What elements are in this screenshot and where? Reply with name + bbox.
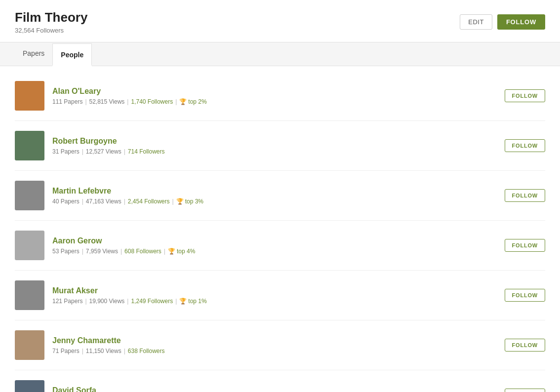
follow-person-button[interactable]: FOLLOW bbox=[505, 189, 545, 202]
person-left: Martin Lefebvre 40 Papers | 47,163 Views… bbox=[15, 181, 203, 210]
trophy-icon: 🏆 bbox=[179, 98, 187, 105]
follow-person-button[interactable]: FOLLOW bbox=[505, 339, 545, 352]
avatar bbox=[15, 231, 44, 260]
page-title: Film Theory bbox=[15, 10, 87, 25]
tab-people[interactable]: People bbox=[52, 43, 92, 66]
person-row: Alan O'Leary 111 Papers | 52,815 Views |… bbox=[15, 71, 545, 121]
papers-count: 111 Papers bbox=[52, 98, 82, 105]
person-name[interactable]: Robert Burgoyne bbox=[52, 137, 165, 146]
person-name[interactable]: Aaron Gerow bbox=[52, 236, 195, 245]
avatar bbox=[15, 181, 44, 210]
person-name[interactable]: Jenny Chamarette bbox=[52, 336, 165, 345]
person-row: Robert Burgoyne 31 Papers | 12,527 Views… bbox=[15, 121, 545, 171]
avatar bbox=[15, 330, 44, 360]
views-count: 12,527 Views bbox=[86, 148, 121, 155]
person-left: David Sorfa 56 Papers | 59,748 Views | 1… bbox=[15, 380, 203, 392]
person-info: David Sorfa 56 Papers | 59,748 Views | 1… bbox=[52, 386, 203, 392]
followers-count[interactable]: 638 Followers bbox=[128, 348, 165, 354]
person-left: Alan O'Leary 111 Papers | 52,815 Views |… bbox=[15, 81, 207, 111]
person-name[interactable]: Murat Akser bbox=[52, 286, 207, 295]
top-badge: 🏆 top 2% bbox=[179, 98, 206, 105]
papers-count: 53 Papers bbox=[52, 248, 80, 255]
person-stats: 31 Papers | 12,527 Views | 714 Followers bbox=[52, 148, 165, 155]
trophy-icon: 🏆 bbox=[179, 298, 187, 305]
person-info: Murat Akser 121 Papers | 19,900 Views | … bbox=[52, 286, 207, 305]
trophy-icon: 🏆 bbox=[176, 198, 184, 205]
followers-count[interactable]: 714 Followers bbox=[128, 148, 165, 155]
followers-count[interactable]: 608 Followers bbox=[124, 248, 161, 255]
follow-person-button[interactable]: FOLLOW bbox=[505, 139, 545, 152]
views-count: 7,959 Views bbox=[86, 248, 118, 255]
person-info: Jenny Chamarette 71 Papers | 11,150 View… bbox=[52, 336, 165, 354]
person-row: Jenny Chamarette 71 Papers | 11,150 View… bbox=[15, 320, 545, 370]
follow-person-button[interactable]: FOLLOW bbox=[505, 289, 545, 302]
page-header: Film Theory 32,564 Followers EDIT FOLLOW bbox=[0, 0, 560, 42]
avatar bbox=[15, 81, 44, 111]
person-name[interactable]: Martin Lefebvre bbox=[52, 187, 203, 196]
person-row: Murat Akser 121 Papers | 19,900 Views | … bbox=[15, 271, 545, 320]
person-stats: 111 Papers | 52,815 Views | 1,740 Follow… bbox=[52, 98, 207, 105]
follow-person-button[interactable]: FOLLOW bbox=[505, 89, 545, 102]
person-stats: 71 Papers | 11,150 Views | 638 Followers bbox=[52, 348, 165, 354]
edit-button[interactable]: EDIT bbox=[460, 14, 492, 30]
views-count: 52,815 Views bbox=[89, 98, 125, 105]
person-row: David Sorfa 56 Papers | 59,748 Views | 1… bbox=[15, 370, 545, 392]
person-info: Aaron Gerow 53 Papers | 7,959 Views | 60… bbox=[52, 236, 195, 255]
person-stats: 40 Papers | 47,163 Views | 2,454 Followe… bbox=[52, 198, 203, 205]
person-info: Martin Lefebvre 40 Papers | 47,163 Views… bbox=[52, 187, 203, 205]
top-badge: 🏆 top 3% bbox=[176, 198, 203, 205]
trophy-icon: 🏆 bbox=[168, 248, 175, 255]
views-count: 47,163 Views bbox=[86, 198, 121, 205]
people-list: Alan O'Leary 111 Papers | 52,815 Views |… bbox=[0, 66, 560, 392]
person-info: Alan O'Leary 111 Papers | 52,815 Views |… bbox=[52, 87, 207, 105]
papers-count: 121 Papers bbox=[52, 298, 82, 305]
followers-count: 32,564 Followers bbox=[15, 27, 87, 34]
person-stats: 53 Papers | 7,959 Views | 608 Followers … bbox=[52, 248, 195, 255]
tab-papers[interactable]: Papers bbox=[15, 42, 52, 66]
papers-count: 71 Papers bbox=[52, 348, 80, 354]
person-name[interactable]: David Sorfa bbox=[52, 386, 203, 392]
person-row: Aaron Gerow 53 Papers | 7,959 Views | 60… bbox=[15, 221, 545, 271]
followers-count[interactable]: 1,249 Followers bbox=[131, 298, 173, 305]
avatar bbox=[15, 131, 44, 160]
person-row: Martin Lefebvre 40 Papers | 47,163 Views… bbox=[15, 171, 545, 221]
follow-person-button[interactable]: FOLLOW bbox=[505, 389, 545, 392]
views-count: 19,900 Views bbox=[89, 298, 125, 305]
follow-main-button[interactable]: FOLLOW bbox=[497, 14, 545, 30]
followers-count[interactable]: 2,454 Followers bbox=[128, 198, 170, 205]
header-buttons: EDIT FOLLOW bbox=[460, 14, 545, 30]
papers-count: 40 Papers bbox=[52, 198, 80, 205]
top-badge: 🏆 top 4% bbox=[168, 248, 195, 255]
follow-person-button[interactable]: FOLLOW bbox=[505, 239, 545, 252]
top-badge: 🏆 top 1% bbox=[179, 298, 206, 305]
views-count: 11,150 Views bbox=[86, 348, 121, 354]
header-left: Film Theory 32,564 Followers bbox=[15, 10, 87, 34]
person-left: Aaron Gerow 53 Papers | 7,959 Views | 60… bbox=[15, 231, 195, 260]
person-left: Robert Burgoyne 31 Papers | 12,527 Views… bbox=[15, 131, 165, 160]
papers-count: 31 Papers bbox=[52, 148, 80, 155]
followers-count[interactable]: 1,740 Followers bbox=[131, 98, 173, 105]
person-left: Murat Akser 121 Papers | 19,900 Views | … bbox=[15, 280, 207, 310]
person-left: Jenny Chamarette 71 Papers | 11,150 View… bbox=[15, 330, 165, 360]
tabs: Papers People bbox=[0, 42, 560, 66]
avatar bbox=[15, 280, 44, 310]
avatar bbox=[15, 380, 44, 392]
person-name[interactable]: Alan O'Leary bbox=[52, 87, 207, 96]
person-stats: 121 Papers | 19,900 Views | 1,249 Follow… bbox=[52, 298, 207, 305]
person-info: Robert Burgoyne 31 Papers | 12,527 Views… bbox=[52, 137, 165, 155]
